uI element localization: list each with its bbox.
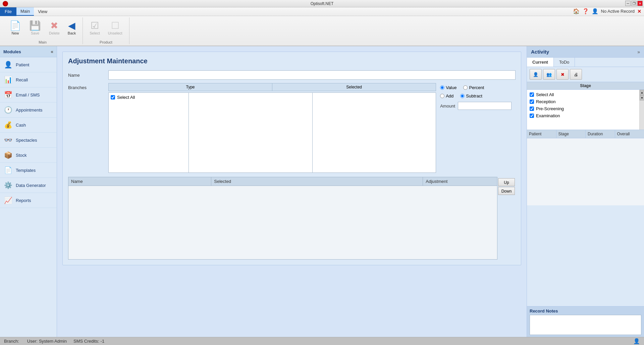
tab-todo[interactable]: ToDo <box>554 58 575 67</box>
sidebar-item-stock[interactable]: 📦 Stock <box>0 148 57 163</box>
branch-label: Branch: <box>4 339 19 344</box>
user-check-button[interactable]: 👥 <box>543 69 555 80</box>
new-label: New <box>11 31 19 35</box>
unselect-icon: ☐ <box>111 21 119 30</box>
back-button[interactable]: ◀ Back <box>65 20 78 37</box>
new-button[interactable]: 📄 New <box>7 20 24 37</box>
status-right: 👤 <box>633 338 640 344</box>
activity-title: Activity <box>531 49 549 55</box>
select-button: ☑ Select <box>87 20 103 37</box>
branch-status: Branch: <box>4 339 20 344</box>
type-header: Type <box>108 83 272 91</box>
ribbon-product-buttons: ☑ Select ☐ Unselect <box>87 17 125 39</box>
sidebar-item-recall[interactable]: 📊 Recall <box>0 72 57 87</box>
stage-examination-label: Examination <box>536 113 560 118</box>
sidebar-item-email-sms[interactable]: 📅 Email / SMS <box>0 87 57 102</box>
sidebar-item-patient[interactable]: 👤 Patient <box>0 57 57 72</box>
name-input[interactable] <box>108 70 516 80</box>
back-label: Back <box>68 31 76 35</box>
email-sms-icon: 📅 <box>4 91 12 99</box>
sidebar-header: Modules « <box>0 46 57 57</box>
stage-reception[interactable]: Reception <box>528 98 643 105</box>
menu-file[interactable]: File <box>0 7 16 16</box>
minimize-button[interactable]: ─ <box>625 1 631 6</box>
branch-select-all-list[interactable]: Select All <box>108 92 189 173</box>
activity-col-overall: Overall <box>615 130 644 138</box>
add-user-button[interactable]: 👤 <box>530 69 542 80</box>
sidebar-item-spectacles[interactable]: 👓 Spectacles <box>0 133 57 148</box>
sidebar-collapse-button[interactable]: « <box>51 49 53 54</box>
branches-row: Branches Type Selected <box>68 83 516 173</box>
amount-input[interactable] <box>458 102 512 110</box>
add-radio[interactable] <box>440 94 444 98</box>
sidebar-patient-label: Patient <box>16 62 29 67</box>
sidebar: Modules « 👤 Patient 📊 Recall 📅 Email / S… <box>0 46 57 337</box>
col-adjustment-header: Adjustment <box>423 177 497 186</box>
sidebar-item-cash[interactable]: 💰 Cash <box>0 118 57 133</box>
new-icon: 📄 <box>9 21 21 30</box>
remove-user-button[interactable]: ✖ <box>556 69 569 80</box>
value-radio-label[interactable]: Value <box>440 85 457 90</box>
sidebar-item-reports[interactable]: 📈 Reports <box>0 193 57 208</box>
stage-select-all-checkbox[interactable] <box>530 92 534 97</box>
percent-label: Percent <box>469 85 484 90</box>
stage-select-all[interactable]: Select All <box>528 91 643 98</box>
stage-scrollbar[interactable]: ▲ ▼ <box>639 90 644 130</box>
percent-radio-label[interactable]: Percent <box>463 85 484 90</box>
print-button[interactable]: 🖨 <box>570 69 582 80</box>
sms-label: SMS Credits: <box>73 339 99 344</box>
percent-radio[interactable] <box>463 85 468 90</box>
stage-pre-screening-checkbox[interactable] <box>530 107 534 111</box>
subtract-radio[interactable] <box>460 94 465 98</box>
stage-scroll-up[interactable]: ▲ <box>640 90 644 95</box>
stage-scroll-down[interactable]: ▼ <box>640 95 644 100</box>
maintenance-panel: Adjustment Maintenance Name Branches Typ… <box>62 52 521 265</box>
table-area: Name Selected Adjustment <box>68 177 497 260</box>
app-logo <box>3 1 8 6</box>
stage-examination-checkbox[interactable] <box>530 114 534 118</box>
value-radio[interactable] <box>440 85 444 90</box>
stage-list: Select All Reception Pre-Screening Exami… <box>527 90 644 130</box>
stage-reception-checkbox[interactable] <box>530 99 534 104</box>
branch-type-list[interactable] <box>189 92 313 173</box>
help-icon[interactable]: ❓ <box>582 8 589 14</box>
restore-button[interactable]: ❐ <box>631 1 637 6</box>
top-close-button[interactable]: ✕ <box>637 9 641 14</box>
home-icon[interactable]: 🏠 <box>573 8 580 14</box>
delete-button: ✖ Delete <box>46 20 62 37</box>
subtract-radio-label[interactable]: Subtract <box>460 93 482 98</box>
cash-icon: 💰 <box>4 121 12 129</box>
branch-selected-list[interactable] <box>313 92 436 173</box>
user-icon[interactable]: 👤 <box>592 8 598 14</box>
main-container: Modules « 👤 Patient 📊 Recall 📅 Email / S… <box>0 46 644 337</box>
select-label: Select <box>90 31 100 35</box>
add-radio-label[interactable]: Add <box>440 93 453 98</box>
stage-pre-screening[interactable]: Pre-Screening <box>528 105 643 112</box>
table-with-buttons: Name Selected Adjustment Up Down <box>68 177 516 260</box>
activity-expand-button[interactable]: » <box>637 49 640 55</box>
close-button[interactable]: ✕ <box>637 1 643 6</box>
menu-view[interactable]: View <box>34 8 51 15</box>
data-generator-icon: ⚙️ <box>4 181 12 189</box>
activity-table-header: Patient Stage Duration Overall <box>527 130 644 138</box>
templates-icon: 📄 <box>4 166 12 174</box>
stage-header: Stage <box>527 82 644 90</box>
patient-icon: 👤 <box>4 61 12 69</box>
up-button[interactable]: Up <box>498 178 515 186</box>
sidebar-item-templates[interactable]: 📄 Templates <box>0 163 57 178</box>
stock-icon: 📦 <box>4 151 12 159</box>
record-notes-content[interactable] <box>530 315 641 335</box>
stage-examination[interactable]: Examination <box>528 112 643 119</box>
menu-bar: File Main View 🏠 ❓ 👤 No Active Record ✕ <box>0 7 644 16</box>
down-button[interactable]: Down <box>498 187 515 195</box>
sidebar-item-appointments[interactable]: 🕐 Appointments <box>0 102 57 118</box>
sidebar-item-data-generator[interactable]: ⚙️ Data Generator <box>0 178 57 193</box>
tab-current[interactable]: Current <box>527 58 554 67</box>
select-all-checkbox[interactable] <box>111 95 115 99</box>
menu-main[interactable]: Main <box>16 7 34 16</box>
ribbon-main-label: Main <box>39 40 47 44</box>
top-right-area: 🏠 ❓ 👤 No Active Record ✕ <box>573 8 641 14</box>
sidebar-templates-label: Templates <box>16 168 36 173</box>
activity-tabs: Current ToDo <box>527 58 644 67</box>
user-status: User: System Admin <box>27 339 67 344</box>
